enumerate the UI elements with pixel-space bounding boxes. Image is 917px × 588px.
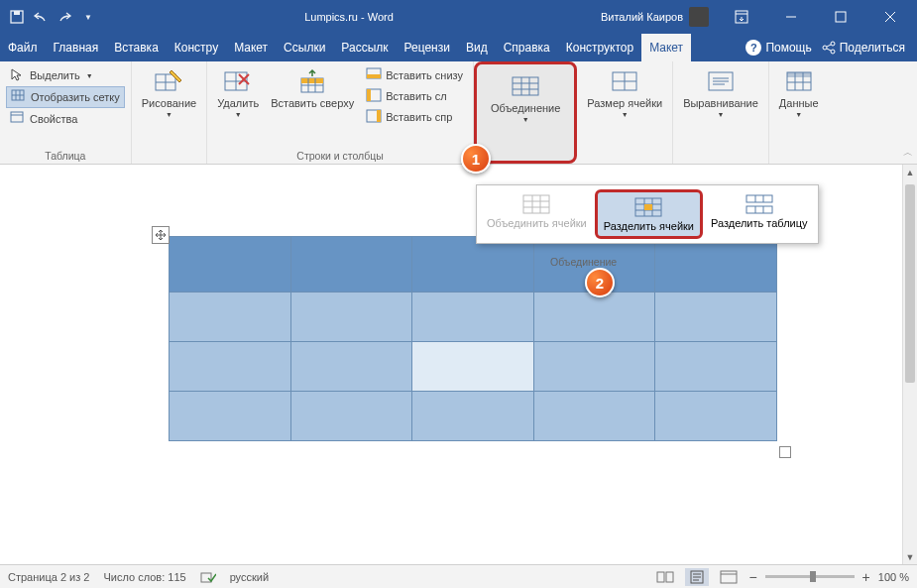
tab-insert[interactable]: Вставка	[106, 34, 167, 61]
svg-rect-4	[836, 12, 846, 22]
annotation-badge-2: 2	[585, 268, 615, 297]
tab-mailings[interactable]: Рассылк	[333, 34, 396, 61]
svg-rect-65	[746, 195, 772, 202]
document-table[interactable]	[169, 236, 777, 441]
table-move-handle[interactable]	[152, 226, 170, 244]
properties-button[interactable]: Свойства	[6, 109, 125, 129]
autosave-icon[interactable]	[8, 8, 26, 26]
svg-rect-75	[666, 572, 673, 582]
svg-rect-27	[301, 78, 323, 83]
tab-design[interactable]: Констру	[167, 34, 226, 61]
chevron-down-icon: ▼	[235, 111, 242, 118]
cursor-icon	[10, 67, 26, 83]
zoom-slider[interactable]	[765, 575, 855, 578]
group-label-draw	[138, 148, 200, 162]
print-layout-icon[interactable]	[685, 568, 709, 586]
user-name: Виталий Каиров	[601, 11, 683, 23]
minimize-button[interactable]	[768, 0, 814, 34]
read-mode-icon[interactable]	[653, 568, 677, 586]
insert-col-right-icon	[366, 109, 382, 125]
data-button[interactable]: Данные ▼	[775, 65, 823, 120]
alignment-icon	[705, 67, 737, 95]
zoom-out-button[interactable]: −	[748, 569, 756, 585]
share-button[interactable]: Поделиться	[822, 41, 905, 55]
split-table-item[interactable]: Разделить таблицу	[705, 189, 814, 239]
insert-below-button[interactable]: Вставить снизу	[362, 65, 467, 85]
insert-right-button[interactable]: Вставить спр	[362, 107, 467, 127]
tell-me[interactable]: ? Помощь	[745, 40, 811, 56]
pencil-table-icon	[153, 67, 184, 95]
ribbon-options-icon[interactable]	[719, 0, 764, 34]
tab-home[interactable]: Главная	[46, 34, 107, 61]
merge-dropdown-button[interactable]: Объединение ▼	[487, 70, 564, 125]
svg-point-8	[823, 46, 827, 50]
svg-rect-64	[644, 204, 652, 210]
scroll-up-icon[interactable]: ▲	[903, 165, 917, 179]
alignment-button[interactable]: Выравнивание ▼	[679, 65, 762, 120]
collapse-ribbon-icon[interactable]: ︿	[903, 146, 913, 160]
tab-references[interactable]: Ссылки	[276, 34, 333, 61]
table-resize-handle[interactable]	[779, 446, 791, 458]
close-button[interactable]	[867, 0, 913, 34]
svg-rect-16	[11, 112, 23, 122]
svg-rect-32	[367, 74, 381, 78]
status-page[interactable]: Страница 2 из 2	[8, 571, 89, 583]
insert-row-below-icon	[366, 67, 382, 83]
tab-file[interactable]: Файл	[0, 34, 46, 61]
status-words[interactable]: Число слов: 115	[103, 571, 185, 583]
properties-icon	[10, 111, 26, 127]
tab-table-layout[interactable]: Макет	[641, 34, 691, 61]
tell-me-label: Помощь	[765, 41, 811, 55]
user-account[interactable]: Виталий Каиров	[601, 7, 719, 27]
scroll-down-icon[interactable]: ▼	[903, 549, 917, 564]
insert-row-above-icon	[296, 67, 328, 95]
svg-rect-34	[367, 89, 371, 101]
ribbon-tabs: Файл Главная Вставка Констру Макет Ссылк…	[0, 34, 917, 61]
insert-left-button[interactable]: Вставить сл	[362, 86, 467, 106]
group-merge[interactable]: Объединение ▼	[474, 61, 577, 164]
draw-table-button[interactable]: Рисование ▼	[138, 65, 200, 120]
chevron-down-icon: ▼	[795, 111, 802, 118]
spellcheck-icon[interactable]	[200, 570, 216, 584]
scroll-thumb[interactable]	[905, 184, 915, 383]
status-language[interactable]: русский	[230, 571, 269, 583]
insert-above-button[interactable]: Вставить сверху	[267, 65, 358, 111]
table-row	[170, 237, 777, 293]
zoom-in-button[interactable]: +	[862, 569, 870, 585]
select-button[interactable]: Выделить▼	[6, 65, 125, 85]
svg-point-9	[831, 50, 835, 54]
avatar	[689, 7, 709, 27]
cell-size-icon	[609, 67, 640, 95]
svg-rect-74	[657, 572, 664, 582]
table-row	[170, 293, 777, 342]
svg-rect-1	[14, 11, 20, 15]
tab-view[interactable]: Вид	[458, 34, 496, 61]
group-data: Данные ▼	[769, 61, 829, 164]
web-layout-icon[interactable]	[717, 568, 741, 586]
cell-size-button[interactable]: Размер ячейки ▼	[583, 65, 666, 120]
svg-rect-50	[787, 72, 811, 77]
svg-rect-37	[513, 77, 538, 95]
insert-col-left-icon	[366, 88, 382, 104]
undo-icon[interactable]	[32, 8, 50, 26]
chevron-down-icon: ▼	[622, 111, 629, 118]
share-label: Поделиться	[840, 41, 905, 55]
tab-review[interactable]: Рецензи	[397, 34, 458, 61]
show-gridlines-button[interactable]: Отобразить сетку	[6, 86, 125, 108]
svg-rect-54	[523, 195, 549, 213]
tab-help[interactable]: Справка	[496, 34, 558, 61]
vertical-scrollbar[interactable]: ▲ ▼	[902, 165, 917, 564]
delete-button[interactable]: Удалить ▼	[213, 65, 263, 120]
qat-dropdown-icon[interactable]: ▼	[79, 8, 97, 26]
split-cells-item[interactable]: Разделить ячейки	[595, 189, 703, 239]
share-icon	[822, 41, 836, 55]
group-alignment: Выравнивание ▼	[673, 61, 769, 164]
ribbon: Выделить▼ Отобразить сетку Свойства Табл…	[0, 61, 917, 165]
redo-icon[interactable]	[56, 8, 73, 26]
zoom-level[interactable]: 100 %	[878, 571, 909, 583]
svg-rect-73	[201, 573, 211, 582]
group-label-table: Таблица	[6, 148, 125, 162]
maximize-button[interactable]	[818, 0, 863, 34]
tab-layout[interactable]: Макет	[226, 34, 276, 61]
tab-table-design[interactable]: Конструктор	[558, 34, 641, 61]
